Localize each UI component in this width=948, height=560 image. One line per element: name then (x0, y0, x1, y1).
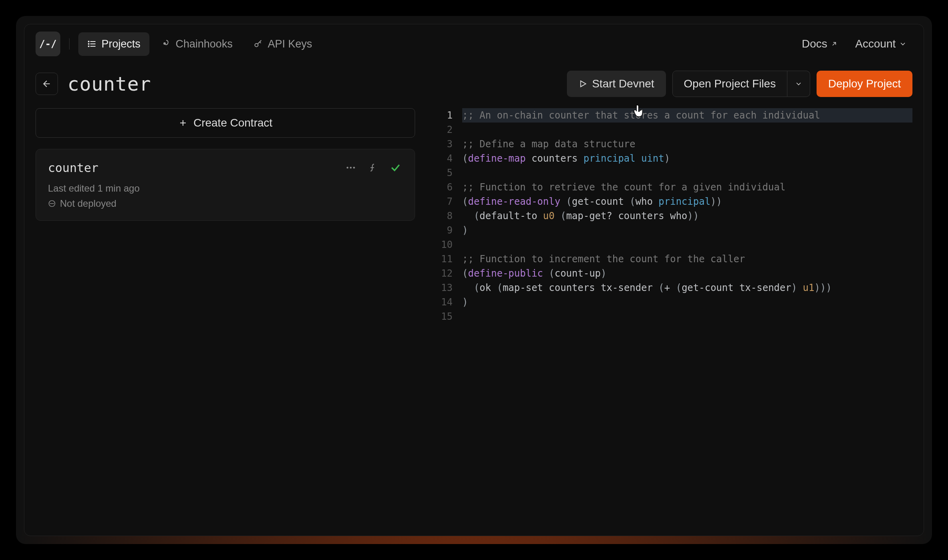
code-line[interactable]: (define-public (count-up) (462, 266, 912, 281)
button-label: Create Contract (193, 117, 272, 129)
code-line[interactable]: (define-read-only (get-count (who princi… (462, 194, 912, 209)
code-line[interactable]: (ok (map-set counters tx-sender (+ (get-… (462, 281, 912, 295)
more-icon[interactable] (344, 160, 358, 175)
line-number: 9 (434, 223, 453, 237)
code-content[interactable]: ;; An on-chain counter that stores a cou… (462, 108, 912, 524)
deploy-button[interactable]: Deploy Project (817, 71, 912, 97)
code-line[interactable]: (default-to u0 (map-get? counters who)) (462, 209, 912, 223)
code-line[interactable]: ) (462, 223, 912, 237)
svg-point-13 (350, 167, 352, 169)
back-button[interactable] (36, 73, 58, 95)
create-contract-button[interactable]: Create Contract (36, 108, 415, 138)
external-icon (831, 40, 838, 47)
contract-name: counter (48, 161, 336, 175)
key-icon (253, 39, 263, 49)
open-files-dropdown[interactable] (787, 71, 810, 97)
start-devnet-button[interactable]: Start Devnet (567, 71, 666, 97)
plus-icon (178, 118, 188, 128)
hook-icon (161, 39, 171, 49)
nav-label: API Keys (268, 38, 312, 50)
sidebar: Create Contract counter (36, 108, 415, 524)
status-label: Not deployed (60, 198, 116, 209)
open-files-button[interactable]: Open Project Files (672, 71, 787, 97)
line-number: 5 (434, 166, 453, 180)
main-nav: Projects Chainhooks API Keys (78, 32, 321, 56)
line-number: 8 (434, 209, 453, 223)
chevron-down-icon (795, 80, 803, 88)
line-number: 4 (434, 151, 453, 166)
check-icon (388, 160, 403, 175)
svg-point-14 (353, 167, 355, 169)
code-line[interactable]: ) (462, 295, 912, 309)
code-line[interactable] (462, 166, 912, 180)
nav-chainhooks[interactable]: Chainhooks (153, 32, 242, 56)
subheader: counter Start Devnet Open Project Files (24, 63, 924, 108)
line-number: 12 (434, 266, 453, 281)
line-number: 10 (434, 237, 453, 252)
code-line[interactable] (462, 237, 912, 252)
button-label: Start Devnet (592, 77, 654, 90)
line-number: 14 (434, 295, 453, 309)
code-line[interactable] (462, 309, 912, 324)
divider (69, 38, 70, 49)
line-gutter: 123456789101112131415 (434, 108, 462, 524)
svg-marker-9 (580, 81, 586, 87)
line-number: 7 (434, 194, 453, 209)
arrow-left-icon (42, 79, 52, 89)
app-window: /-/ Projects Chainhooks (24, 24, 924, 536)
docs-link[interactable]: Docs (796, 34, 843, 53)
code-line[interactable] (462, 123, 912, 137)
line-number: 6 (434, 180, 453, 194)
line-number: 15 (434, 309, 453, 324)
line-number: 2 (434, 123, 453, 137)
code-line[interactable]: ;; An on-chain counter that stores a cou… (462, 108, 912, 123)
svg-point-4 (88, 44, 89, 44)
code-line[interactable]: (define-map counters principal uint) (462, 151, 912, 166)
line-number: 11 (434, 252, 453, 266)
code-line[interactable]: ;; Function to increment the count for t… (462, 252, 912, 266)
svg-point-12 (347, 167, 349, 169)
account-menu[interactable]: Account (850, 34, 912, 53)
svg-point-3 (88, 41, 89, 42)
list-icon (87, 39, 97, 49)
logo-icon[interactable]: /-/ (36, 32, 60, 56)
link-label: Account (855, 38, 896, 50)
link-label: Docs (802, 38, 827, 50)
svg-point-5 (88, 46, 89, 47)
function-icon[interactable] (366, 160, 380, 175)
button-label: Deploy Project (828, 77, 901, 90)
play-icon (578, 79, 587, 88)
line-number: 1 (434, 108, 453, 123)
main-area: Create Contract counter (24, 108, 924, 536)
button-label: Open Project Files (684, 77, 776, 90)
open-files-group: Open Project Files (672, 71, 810, 97)
topbar: /-/ Projects Chainhooks (24, 24, 924, 63)
code-line[interactable]: ;; Define a map data structure (462, 137, 912, 151)
nav-label: Projects (101, 38, 141, 50)
line-number: 13 (434, 281, 453, 295)
circle-slash-icon (48, 200, 56, 208)
contract-card[interactable]: counter Last edited 1 min ago (36, 149, 415, 221)
project-title: counter (68, 73, 151, 95)
svg-point-7 (255, 44, 258, 47)
line-number: 3 (434, 137, 453, 151)
deploy-status: Not deployed (48, 198, 403, 209)
code-editor[interactable]: 123456789101112131415 ;; An on-chain cou… (434, 108, 912, 524)
action-bar: Start Devnet Open Project Files Deploy P… (567, 71, 912, 97)
last-edited-label: Last edited 1 min ago (48, 183, 403, 194)
nav-projects[interactable]: Projects (78, 32, 149, 56)
code-line[interactable]: ;; Function to retrieve the count for a … (462, 180, 912, 194)
svg-point-6 (164, 43, 165, 44)
nav-api-keys[interactable]: API Keys (244, 32, 321, 56)
chevron-down-icon (899, 40, 907, 48)
nav-label: Chainhooks (176, 38, 233, 50)
